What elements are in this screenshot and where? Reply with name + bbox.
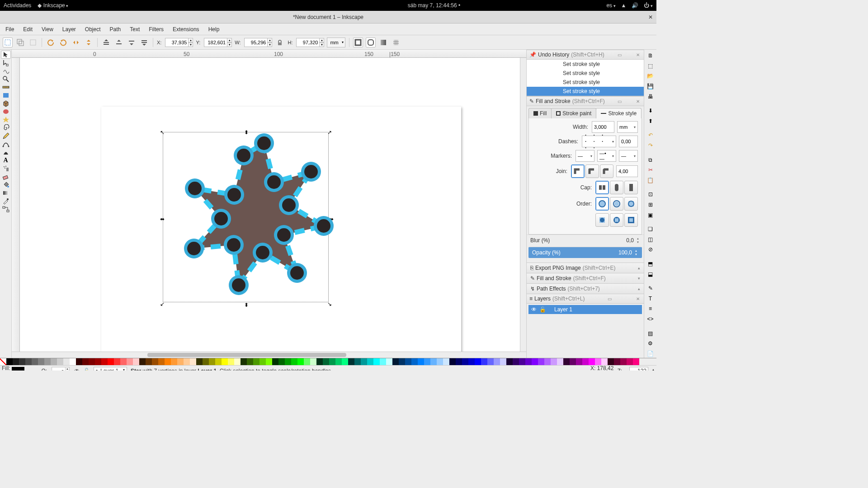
order-5-button[interactable]	[610, 213, 623, 227]
palette-swatch[interactable]	[481, 358, 487, 365]
palette-swatch[interactable]	[443, 358, 449, 365]
open-button[interactable]: 📂	[646, 72, 656, 80]
order-6-button[interactable]	[624, 213, 638, 227]
palette-swatch[interactable]	[114, 358, 120, 365]
cut-button[interactable]: ✂	[646, 166, 656, 174]
color-palette[interactable]	[0, 358, 656, 365]
marker-mid-select[interactable]: —•—	[597, 150, 616, 162]
palette-swatch[interactable]	[449, 358, 456, 365]
palette-swatch[interactable]	[335, 358, 342, 365]
palette-swatch[interactable]	[253, 358, 259, 365]
unit-select[interactable]: mm	[327, 38, 345, 47]
w-input[interactable]: ▲▼	[244, 38, 272, 47]
fill-stroke-header[interactable]: ✎Fill and Stroke (Shift+Ctrl+F) ▭ ✕	[527, 96, 644, 106]
palette-swatch[interactable]	[241, 358, 247, 365]
new-doc-button[interactable]: 🗎	[646, 52, 656, 60]
palette-swatch[interactable]	[291, 358, 297, 365]
bezier-tool[interactable]	[1, 140, 11, 148]
clone-button[interactable]: ◫	[646, 235, 656, 244]
menu-help[interactable]: Help	[205, 25, 223, 34]
palette-swatch[interactable]	[329, 358, 335, 365]
palette-swatch[interactable]	[57, 358, 63, 365]
layer-lock-icon[interactable]: 🔓	[539, 306, 546, 313]
palette-swatch[interactable]	[133, 358, 139, 365]
palette-swatch[interactable]	[259, 358, 266, 365]
raise-top-button[interactable]	[101, 38, 111, 47]
palette-swatch[interactable]	[468, 358, 475, 365]
palette-swatch[interactable]	[633, 358, 639, 365]
fill-tool[interactable]	[1, 181, 11, 189]
palette-swatch[interactable]	[272, 358, 278, 365]
scrollbar-horizontal[interactable]	[12, 352, 526, 358]
align-dlg-button[interactable]: ▤	[646, 329, 656, 338]
palette-swatch[interactable]	[247, 358, 253, 365]
palette-swatch[interactable]	[95, 358, 101, 365]
panel-close-icon[interactable]: ✕	[635, 99, 641, 104]
palette-swatch[interactable]	[532, 358, 538, 365]
window-close-button[interactable]: ✕	[648, 14, 653, 20]
palette-swatch[interactable]	[70, 358, 76, 365]
network-icon[interactable]: ▲	[621, 2, 627, 9]
palette-swatch[interactable]	[89, 358, 95, 365]
h-input[interactable]: ▲▼	[296, 38, 324, 47]
layers-header[interactable]: ≡ Layers (Shift+Ctrl+L) ▭ ✕	[527, 294, 644, 304]
opacity-slider[interactable]: Opacity (%)100,0 ▲▼	[528, 247, 642, 258]
menu-extensions[interactable]: Extensions	[169, 25, 203, 34]
rect-tool[interactable]	[1, 91, 11, 99]
palette-swatch[interactable]	[38, 358, 44, 365]
export-button[interactable]: ⬆	[646, 117, 656, 126]
star-tool[interactable]	[1, 116, 11, 124]
text-tool[interactable]: A	[1, 156, 11, 164]
palette-swatch[interactable]	[146, 358, 152, 365]
activities-button[interactable]: Actividades	[4, 2, 31, 9]
undo-item-selected[interactable]: Set stroke style	[527, 87, 644, 96]
menu-filters[interactable]: Filters	[145, 25, 167, 34]
palette-swatch[interactable]	[120, 358, 127, 365]
palette-none[interactable]	[0, 358, 6, 365]
layer-visible-toggle[interactable]: 👁	[74, 368, 80, 371]
palette-swatch[interactable]	[348, 358, 354, 365]
copy-button[interactable]: ⧉	[646, 155, 656, 164]
x-input[interactable]: ▲▼	[165, 38, 193, 47]
raise-button[interactable]	[114, 38, 124, 47]
fill-stroke-collapsed-header[interactable]: ✎ Fill and Stroke (Shift+Ctrl+F)▾	[527, 273, 644, 283]
cap-square-button[interactable]	[624, 181, 638, 194]
undo-history-header[interactable]: 📌Undo History (Shift+Ctrl+H) ▭ ✕	[527, 50, 644, 60]
palette-swatch[interactable]	[51, 358, 57, 365]
palette-swatch[interactable]	[209, 358, 215, 365]
menu-edit[interactable]: Edit	[19, 25, 36, 34]
order-4-button[interactable]	[595, 213, 609, 227]
flip-v-button[interactable]	[84, 38, 94, 47]
palette-swatch[interactable]	[405, 358, 411, 365]
palette-swatch[interactable]	[171, 358, 177, 365]
join-round-button[interactable]	[585, 164, 599, 178]
ungroup-button[interactable]: ⬓	[646, 270, 656, 278]
layer-row[interactable]: 👁 🔓 Layer 1	[528, 305, 642, 314]
join-bevel-button[interactable]	[600, 164, 613, 178]
calligraphy-tool[interactable]	[1, 148, 11, 156]
palette-swatch[interactable]	[215, 358, 222, 365]
palette-swatch[interactable]	[544, 358, 551, 365]
spiral-tool[interactable]	[1, 124, 11, 132]
order-2-button[interactable]	[610, 197, 623, 211]
palette-swatch[interactable]	[228, 358, 234, 365]
palette-swatch[interactable]	[342, 358, 348, 365]
redo-button[interactable]: ↷	[646, 141, 656, 150]
palette-swatch[interactable]	[165, 358, 171, 365]
save-button[interactable]: 💾	[646, 82, 656, 91]
move-patterns-button[interactable]	[391, 38, 401, 47]
palette-swatch[interactable]	[424, 358, 430, 365]
deselect-button[interactable]	[28, 38, 38, 47]
undo-item[interactable]: Set stroke style	[527, 78, 644, 87]
palette-swatch[interactable]	[430, 358, 437, 365]
palette-swatch[interactable]	[190, 358, 196, 365]
palette-swatch[interactable]	[538, 358, 544, 365]
select-all-button[interactable]	[15, 38, 25, 47]
palette-swatch[interactable]	[494, 358, 500, 365]
palette-swatch[interactable]	[373, 358, 380, 365]
palette-swatch[interactable]	[557, 358, 563, 365]
tab-fill[interactable]: Fill	[528, 108, 552, 118]
status-layer-select[interactable]: Layer 1	[94, 367, 127, 371]
palette-swatch[interactable]	[525, 358, 532, 365]
miter-limit-input[interactable]: 4,00	[616, 165, 638, 177]
